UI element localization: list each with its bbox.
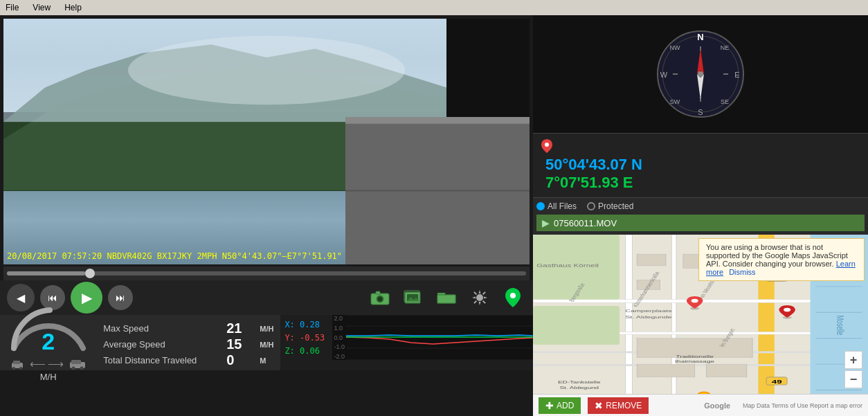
accel-y-row: Y: -0.53 [284, 333, 328, 343]
add-plus-icon: ✚ [545, 400, 554, 411]
location-icon-btn[interactable] [500, 284, 526, 311]
svg-point-50 [545, 143, 549, 147]
svg-point-3 [128, 36, 405, 105]
remove-button[interactable]: ✖ REMOVE [588, 397, 649, 414]
accel-z-value: 0.06 [300, 346, 320, 356]
svg-text:ED-Tankstelle: ED-Tankstelle [558, 380, 601, 384]
gallery-icon [404, 289, 423, 306]
svg-rect-70 [637, 254, 666, 266]
lat-dir: N [631, 156, 642, 173]
menu-help[interactable]: Help [62, 1, 84, 14]
car-icon-small [10, 359, 24, 370]
camera-icon-btn[interactable] [367, 284, 393, 311]
svg-rect-5 [345, 117, 530, 124]
coords-area: 50°04'43.07N 7°07'51.93E [533, 133, 868, 197]
coord-lat: 50°04'43.07N [541, 156, 860, 174]
svg-point-9 [378, 297, 382, 301]
video-area: 20/08/2017 07:57:20 NBDVR402G BX17JKY 2M… [3, 19, 530, 264]
zoom-in-button[interactable]: + [844, 351, 862, 369]
menu-view[interactable]: View [30, 1, 53, 14]
filter-all-radio[interactable] [536, 202, 545, 210]
settings-icon [471, 289, 489, 307]
location-pin-icon [541, 139, 552, 153]
stats-row: 2 ⟵ ⟶ [0, 315, 533, 370]
settings-icon-btn[interactable] [467, 284, 493, 311]
svg-text:E: E [734, 71, 739, 79]
svg-rect-75 [706, 364, 746, 377]
seek-thumb[interactable] [85, 269, 95, 278]
seek-bar-container[interactable] [3, 266, 530, 280]
camera-icon [370, 290, 390, 305]
seek-fill [7, 271, 85, 275]
svg-point-21 [12, 367, 15, 370]
filter-protected-label: Protected [598, 201, 633, 211]
location-icon [505, 288, 521, 307]
svg-point-95 [691, 299, 698, 303]
menu-bar: File View Help [0, 0, 868, 15]
max-speed-unit: M/H [260, 325, 273, 333]
svg-text:S: S [698, 108, 703, 116]
map-notification: You are using a browser that is not supp… [698, 238, 865, 281]
compass-area: N E S W NE SE SW NW [533, 15, 868, 133]
accel-panel: X: 0.28 Y: -0.53 Z: 0.06 [280, 315, 533, 370]
video-overlay-text: 20/08/2017 07:57:20 NBDVR402G BX17JKY 2M… [7, 251, 342, 261]
car-icon-large [69, 359, 86, 370]
map-controls: + − [844, 351, 862, 388]
file-type-icon: ▶ [542, 217, 550, 228]
svg-text:NE: NE [721, 44, 730, 51]
avg-speed-label: Average Speed [103, 339, 221, 350]
coord-lon: 7°07'51.93E [541, 174, 860, 192]
speed-unit: M/H [40, 372, 57, 382]
svg-rect-24 [71, 360, 81, 364]
zoom-out-button[interactable]: − [844, 370, 862, 388]
speed-stats: Max Speed 21 M/H Average Speed 15 M/H To… [96, 315, 280, 370]
dismiss-link[interactable]: Dismiss [729, 268, 756, 276]
distance-unit: M [260, 356, 266, 365]
svg-text:St. Aldegunde: St. Aldegunde [625, 314, 672, 319]
folder-icon [436, 289, 457, 306]
svg-point-17 [478, 296, 482, 300]
filter-all-label: All Files [548, 201, 577, 211]
seek-bar[interactable] [7, 271, 526, 275]
file-list-item[interactable]: ▶ 07560011.MOV [536, 215, 865, 231]
filter-all-option[interactable]: All Files [536, 201, 577, 211]
distance-row: Total Distance Traveled 0 M [103, 352, 273, 368]
accel-graph-svg [346, 315, 533, 360]
svg-rect-10 [376, 291, 380, 294]
svg-rect-69 [533, 306, 620, 345]
folder-icon-btn[interactable] [433, 284, 460, 311]
svg-text:Gasthaus Körnell: Gasthaus Körnell [536, 263, 599, 269]
accel-graph: 2.0 1.0 0.0 -1.0 -2.0 [332, 315, 533, 360]
svg-text:St. Aldegund: St. Aldegund [559, 386, 599, 390]
file-filter-row: All Files Protected [536, 201, 865, 211]
svg-text:SW: SW [670, 98, 680, 105]
left-panel: 20/08/2017 07:57:20 NBDVR402G BX17JKY 2M… [0, 15, 533, 416]
svg-point-48 [698, 71, 703, 77]
google-logo: Google [704, 401, 730, 410]
filter-protected-radio[interactable] [587, 202, 595, 210]
svg-text:W: W [660, 71, 668, 79]
menu-file[interactable]: File [3, 1, 21, 14]
forward-button[interactable]: ⏭ [108, 285, 133, 310]
accel-z-row: Z: 0.06 [284, 346, 328, 356]
gallery-icon-btn[interactable] [400, 284, 426, 311]
file-list-area: All Files Protected ▶ 07560011.MOV [533, 197, 868, 235]
accel-z-label: Z: [284, 346, 294, 356]
filter-protected-option[interactable]: Protected [587, 201, 633, 211]
lon-dir: E [623, 174, 633, 191]
toolbar-icons [367, 284, 526, 311]
speedometer: 2 ⟵ ⟶ [0, 315, 96, 370]
svg-rect-54 [626, 235, 633, 416]
max-speed-value: 21 [226, 320, 254, 336]
remove-x-icon: ✖ [595, 400, 603, 411]
svg-point-18 [510, 293, 516, 298]
add-button[interactable]: ✚ ADD [539, 397, 581, 414]
svg-point-97 [784, 308, 790, 312]
accel-y-label: Y: [284, 333, 294, 343]
accel-values: X: 0.28 Y: -0.53 Z: 0.06 [280, 315, 332, 360]
svg-rect-20 [13, 361, 20, 364]
svg-rect-14 [437, 295, 455, 303]
distance-value: 0 [226, 352, 254, 368]
svg-text:Traditionelle: Traditionelle [676, 354, 714, 359]
road-structure [345, 117, 530, 264]
